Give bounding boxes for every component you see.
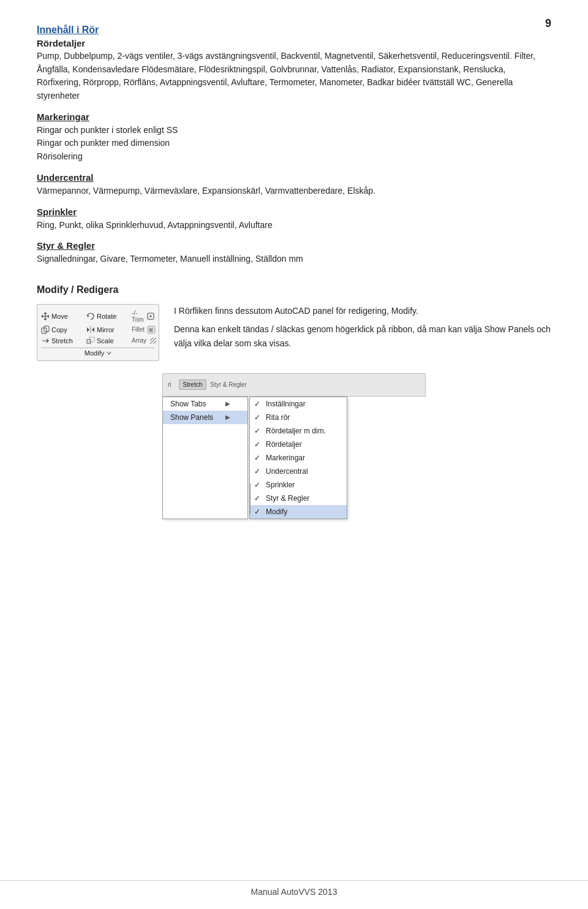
panel-item-rordetaljer[interactable]: ✓ Rördetaljer (250, 438, 347, 451)
vertical-line-decoration (250, 484, 251, 514)
check-styr-regler: ✓ (254, 494, 260, 503)
check-sprinkler: ✓ (254, 481, 260, 489)
context-menu-wrapper: ri Stretch Styr & Regler Show Tabs ▶ Sho… (162, 373, 426, 576)
rordetaljer-label: Rördetaljer (37, 38, 551, 48)
copy-icon (41, 325, 50, 334)
check-undercentral: ✓ (254, 467, 260, 476)
unknown-icon-1 (146, 312, 155, 321)
context-menu-area: ri Stretch Styr & Regler Show Tabs ▶ Sho… (37, 373, 551, 576)
markeringar-line-1: Ringar och punkter i storlek enligt SS (37, 125, 178, 135)
rordetaljer-text: Pump, Dubbelpump, 2-vägs ventiler, 3-väg… (37, 50, 551, 103)
mirror-cell: Mirror (86, 325, 129, 334)
page-footer: Manual AutoVVS 2013 (0, 880, 588, 897)
modify-description: I Rörfliken finns dessutom AutoCAD panel… (174, 304, 551, 350)
panel-sprinkler-label: Sprinkler (266, 481, 295, 489)
svg-text:⊞: ⊞ (149, 327, 153, 333)
check-rordetaljer-dim: ✓ (254, 427, 260, 435)
stretch-cell: Stretch (41, 337, 84, 345)
panel-item-rita-ror[interactable]: ✓ Rita rör (250, 411, 347, 424)
rordetaljer-block: Rördetaljer Pump, Dubbelpump, 2-vägs ven… (37, 38, 551, 103)
modify-panel-box: Move Rotate -/- Trim (37, 304, 159, 361)
rotate-label: Rotate (97, 313, 116, 320)
show-panels-label: Show Panels (170, 413, 213, 422)
styr-regler-label-ribbon: Styr & Regler (210, 381, 246, 388)
innehall-section: Innehåll i Rör Rördetaljer Pump, Dubbelp… (37, 25, 551, 266)
modify-desc-line-2: Denna kan enkelt tändas / släckas genom … (174, 322, 551, 350)
modify-desc-line-1: I Rörfliken finns dessutom AutoCAD panel… (174, 304, 551, 318)
panel-item-undercentral[interactable]: ✓ Undercentral (250, 465, 347, 478)
dropdown-icon (107, 351, 111, 356)
markeringar-line-2: Ringar och punkter med dimension (37, 138, 170, 148)
undercentral-label: Undercentral (37, 172, 551, 183)
array-label: Array (132, 337, 146, 344)
modify-panel-image: Move Rotate -/- Trim (37, 304, 159, 361)
move-icon (41, 312, 50, 321)
styr-regler-label: Styr & Regler (37, 240, 551, 251)
page-container: 9 Innehåll i Rör Rördetaljer Pump, Dubbe… (0, 0, 588, 625)
modify-content: Move Rotate -/- Trim (37, 304, 551, 361)
footer-text: Manual AutoVVS 2013 (251, 887, 337, 897)
copy-label: Copy (51, 326, 67, 333)
panel-installningar-label: Inställningar (266, 400, 306, 408)
panel-item-modify[interactable]: ✓ Modify (250, 505, 347, 519)
check-modify: ✓ (254, 508, 260, 516)
modify-row-1: Move Rotate -/- Trim (41, 310, 155, 323)
panel-rordetaljer-dim-label: Rördetaljer m dim. (266, 427, 326, 435)
markeringar-lines: Ringar och punkter i storlek enligt SS R… (37, 124, 551, 164)
panel-modify-label: Modify (266, 508, 287, 516)
stretch-label: Stretch (51, 337, 73, 344)
sprinkler-label: Sprinkler (37, 207, 551, 217)
styr-regler-text: Signalledningar, Givare, Termometer, Man… (37, 253, 551, 266)
ribbon-top-bar: ri Stretch Styr & Regler (162, 373, 426, 397)
check-rordetaljer: ✓ (254, 440, 260, 449)
undercentral-text: Värmepannor, Värmepump, Värmeväxlare, Ex… (37, 184, 551, 198)
markeringar-line-3: Rörisolering (37, 151, 83, 161)
modify-row-3: Stretch Scale Array (41, 337, 155, 345)
check-installningar: ✓ (254, 400, 260, 408)
panel-undercentral-label: Undercentral (266, 467, 308, 476)
panel-rordetaljer-label: Rördetaljer (266, 440, 302, 449)
move-label: Move (51, 313, 68, 320)
stretch-ribbon-btn[interactable]: Stretch (179, 379, 207, 390)
markeringar-block: Markeringar Ringar och punkter i storlek… (37, 112, 551, 164)
show-panels-submenu[interactable]: ✓ Inställningar ✓ Rita rör ✓ Rördetaljer… (249, 397, 347, 519)
svg-marker-4 (92, 327, 94, 332)
unknown-icon-2: ⊞ (147, 325, 156, 334)
page-number: 9 (545, 17, 551, 30)
sprinkler-block: Sprinkler Ring, Punkt, olika Sprinklerhu… (37, 207, 551, 232)
rotate-cell: Rotate (86, 312, 129, 321)
svg-marker-3 (87, 327, 89, 332)
mirror-label: Mirror (97, 326, 115, 333)
panel-item-rordetaljer-dim[interactable]: ✓ Rördetaljer m dim. (250, 424, 347, 438)
panel-styr-regler-label: Styr & Regler (266, 494, 309, 503)
sprinkler-text: Ring, Punkt, olika Sprinklerhuvud, Avtap… (37, 219, 551, 232)
innehall-title[interactable]: Innehåll i Rör (37, 25, 551, 36)
panel-rita-ror-label: Rita rör (266, 413, 290, 422)
panel-item-styr-regler[interactable]: ✓ Styr & Regler (250, 492, 347, 505)
panel-markeringar-label: Markeringar (266, 454, 305, 462)
panel-item-installningar[interactable]: ✓ Inställningar (250, 397, 347, 411)
main-context-menu[interactable]: Show Tabs ▶ Show Panels ▶ (162, 397, 248, 519)
styr-regler-block: Styr & Regler Signalledningar, Givare, T… (37, 240, 551, 266)
rotate-icon (86, 312, 95, 321)
show-tabs-label: Show Tabs (170, 400, 206, 408)
panel-item-markeringar[interactable]: ✓ Markeringar (250, 451, 347, 465)
svg-rect-7 (87, 340, 91, 343)
show-panels-arrow: ▶ (225, 414, 230, 420)
move-cell: Move (41, 312, 84, 321)
scale-label: Scale (97, 337, 114, 344)
modify-title: Modify / Redigera (37, 284, 551, 295)
check-markeringar: ✓ (254, 454, 260, 462)
panel-item-sprinkler[interactable]: ✓ Sprinkler (250, 478, 347, 492)
show-panels-item[interactable]: Show Panels ▶ (163, 411, 247, 424)
copy-cell: Copy (41, 325, 84, 334)
show-tabs-arrow: ▶ (225, 400, 230, 407)
modify-panel-bottom: Modify (41, 348, 155, 357)
ribbon-snippet-label: ri (168, 381, 172, 388)
show-tabs-item[interactable]: Show Tabs ▶ (163, 397, 247, 411)
modify-bottom-label: Modify (85, 349, 104, 357)
context-menu-container: Show Tabs ▶ Show Panels ▶ ✓ Inställninga… (162, 397, 347, 519)
scale-cell: Scale (86, 337, 129, 345)
undercentral-block: Undercentral Värmepannor, Värmepump, Vär… (37, 172, 551, 198)
scale-icon (86, 337, 95, 345)
